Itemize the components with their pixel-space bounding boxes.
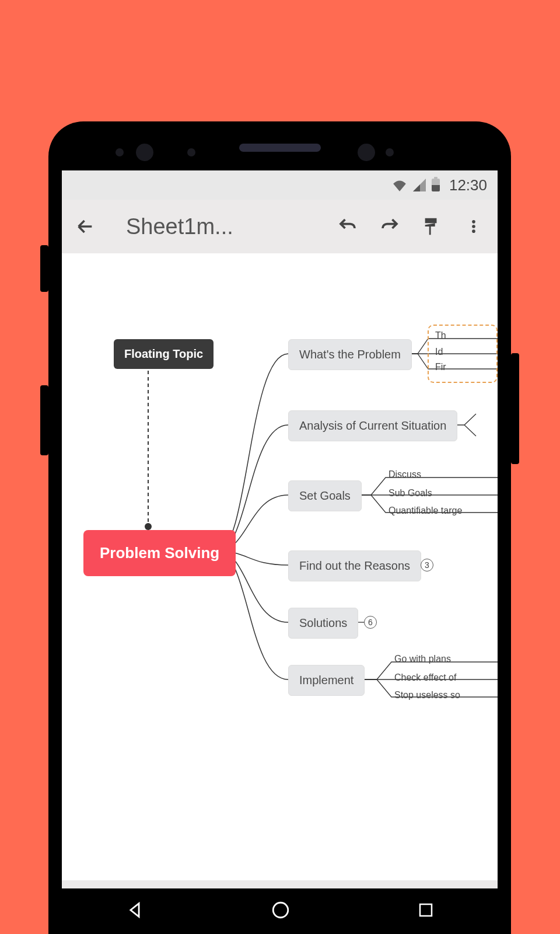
phone-volume-down	[40, 385, 48, 455]
count-value: 3	[425, 560, 429, 570]
phone-sensor	[116, 148, 124, 156]
wifi-icon	[392, 179, 407, 191]
sub-item[interactable]: Id	[435, 347, 443, 357]
phone-frame: 12:30 Sheet1m...	[48, 121, 511, 934]
phone-volume-up	[40, 245, 48, 292]
floating-topic-node[interactable]: Floating Topic	[114, 339, 214, 369]
redo-icon	[379, 216, 400, 237]
phone-power	[511, 353, 519, 464]
sub-item[interactable]: Check effect of	[394, 672, 456, 683]
count-value: 6	[368, 618, 373, 627]
more-menu-button[interactable]	[461, 214, 486, 239]
screen: 12:30 Sheet1m...	[62, 170, 498, 934]
mindmap-canvas[interactable]: Floating Topic Problem Solving What's th…	[62, 253, 498, 880]
sub-item[interactable]: Discuss	[388, 469, 421, 480]
svg-point-2	[472, 229, 475, 233]
more-vert-icon	[466, 218, 482, 235]
signal-icon	[413, 179, 426, 191]
branch-node-analysis[interactable]: Analysis of Current Situation	[288, 410, 457, 441]
sub-item[interactable]: Th	[435, 330, 446, 341]
central-topic-label: Problem Solving	[100, 544, 219, 562]
phone-camera	[358, 144, 375, 161]
svg-point-0	[472, 220, 475, 224]
square-recents-icon	[417, 901, 435, 919]
branch-label: What's the Problem	[299, 348, 401, 361]
phone-sensor	[386, 148, 394, 156]
circle-home-icon	[271, 900, 290, 920]
svg-point-4	[145, 523, 152, 530]
floating-topic-label: Floating Topic	[124, 347, 203, 360]
branch-node-reasons[interactable]: Find out the Reasons	[288, 550, 421, 581]
redo-button[interactable]	[377, 214, 402, 239]
branch-label: Implement	[299, 674, 354, 686]
android-recents-button[interactable]	[417, 901, 435, 921]
central-topic-node[interactable]: Problem Solving	[83, 530, 236, 576]
android-back-button[interactable]	[125, 900, 145, 922]
document-title[interactable]: Sheet1m...	[126, 214, 233, 239]
branch-node-implement[interactable]: Implement	[288, 665, 365, 696]
collapsed-count-badge[interactable]: 3	[421, 559, 433, 571]
svg-point-1	[472, 225, 475, 228]
back-button[interactable]	[74, 215, 97, 238]
status-time: 12:30	[449, 176, 487, 194]
app-toolbar: Sheet1m...	[62, 200, 498, 253]
branch-label: Analysis of Current Situation	[299, 419, 446, 432]
svg-point-21	[274, 902, 289, 918]
undo-button[interactable]	[335, 214, 360, 239]
branch-node-solutions[interactable]: Solutions	[288, 608, 358, 639]
phone-camera	[136, 144, 153, 161]
branch-node-whats-the-problem[interactable]: What's the Problem	[288, 339, 412, 370]
battery-icon	[432, 179, 440, 191]
svg-rect-22	[420, 904, 432, 916]
branch-label: Find out the Reasons	[299, 559, 410, 572]
sub-item[interactable]: Quantifiable targe	[388, 506, 462, 516]
sub-item[interactable]: Stop useless so	[394, 690, 460, 700]
android-home-button[interactable]	[271, 900, 290, 922]
format-paint-icon	[422, 217, 442, 236]
collapsed-count-badge[interactable]: 6	[364, 616, 377, 629]
phone-speaker	[239, 144, 321, 152]
arrow-left-icon	[75, 217, 95, 236]
phone-sensor	[187, 148, 195, 156]
branch-node-set-goals[interactable]: Set Goals	[288, 480, 362, 511]
branch-label: Solutions	[299, 616, 347, 629]
branch-label: Set Goals	[299, 489, 351, 502]
sub-item[interactable]: Go with plans	[394, 654, 451, 664]
sub-item[interactable]: Sub Goals	[388, 488, 432, 499]
triangle-back-icon	[125, 900, 145, 920]
status-bar: 12:30	[62, 170, 498, 200]
format-button[interactable]	[419, 214, 444, 239]
sub-item[interactable]: Fir	[435, 362, 446, 372]
android-nav-bar	[62, 888, 498, 934]
undo-icon	[337, 216, 358, 237]
